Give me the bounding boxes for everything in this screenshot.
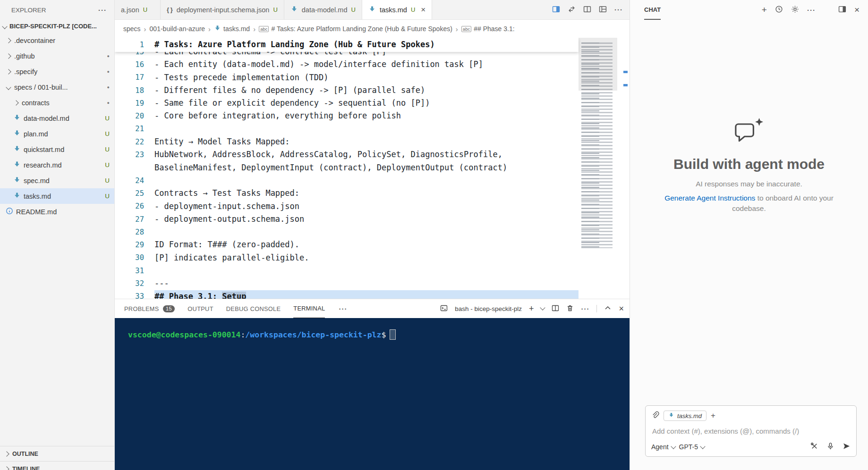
breadcrumb-tasks-md[interactable]: tasks.md — [214, 25, 250, 33]
new-chat-icon[interactable]: + — [762, 5, 767, 15]
breadcrumb-heading-1[interactable]: abc # Tasks: Azure Platform Landing Zone… — [259, 25, 452, 33]
chevron-right-icon — [13, 100, 18, 105]
sidebar-item-contracts[interactable]: contracts ● — [0, 95, 114, 110]
untracked-badge: U — [143, 6, 147, 13]
gear-icon[interactable] — [791, 5, 799, 15]
terminal-view[interactable]: vscode@codespaces-090014:/workspaces/bic… — [115, 318, 630, 470]
bash-icon — [440, 304, 448, 313]
terminal-instance-label[interactable]: bash - bicep-speckit-plz — [455, 305, 522, 312]
more-actions-icon[interactable]: ··· — [614, 6, 623, 14]
panel-header: PROBLEMS 15 OUTPUT DEBUG CONSOLE TERMINA… — [115, 299, 630, 318]
sidebar-section-timeline[interactable]: TIMELINE — [0, 461, 114, 470]
editor-line: 21 — [115, 123, 579, 135]
sidebar-item-specs-001[interactable]: specs / 001-buil... ● — [0, 79, 114, 95]
panel-layout-icon[interactable] — [838, 5, 846, 15]
untracked-badge: U — [105, 146, 110, 153]
symbol-text-icon: abc — [461, 26, 471, 32]
markdown-file-icon — [13, 192, 21, 201]
history-icon[interactable] — [775, 5, 783, 15]
chat-input-box[interactable]: tasks.md + Add context (#), extensions (… — [645, 405, 857, 457]
panel-tab-terminal[interactable]: TERMINAL — [293, 299, 325, 318]
chevron-down-icon — [2, 24, 7, 29]
editor-line: 28 — [115, 226, 579, 238]
breadcrumb-specs[interactable]: specs — [123, 25, 141, 33]
markdown-file-icon — [13, 176, 21, 185]
tools-icon[interactable] — [810, 442, 818, 452]
explorer-more-icon[interactable]: ··· — [98, 6, 107, 14]
chevron-right-icon — [4, 451, 9, 456]
open-changes-icon[interactable] — [568, 5, 576, 15]
context-chip-tasks-md[interactable]: tasks.md — [664, 411, 706, 421]
editor-line-wrap: BaselineManifest, DeploymentInput (contr… — [115, 161, 579, 174]
agent-mode-dropdown[interactable]: Agent — [651, 443, 675, 451]
terminal-more-icon[interactable]: ··· — [581, 305, 589, 313]
editor-line: 32--- — [115, 277, 579, 290]
sidebar-item-tasks[interactable]: tasks.md U — [0, 188, 114, 204]
sidebar-item-devcontainer[interactable]: .devcontainer — [0, 33, 114, 48]
markdown-file-icon — [668, 412, 674, 420]
terminal-path: /workspaces/bicep-speckit-plz — [245, 330, 381, 339]
sidebar-section-outline[interactable]: OUTLINE — [0, 446, 114, 461]
chat-more-icon[interactable]: ··· — [807, 6, 816, 14]
chevron-right-icon — [6, 53, 11, 59]
chat-text-input[interactable]: Add context (#), extensions (@), command… — [652, 427, 850, 435]
breadcrumb: specs › 001-build-an-azure › tasks.md › … — [115, 20, 630, 38]
sidebar-item-spec[interactable]: spec.md U — [0, 173, 114, 188]
send-icon[interactable] — [842, 442, 851, 452]
tab-data-model[interactable]: data-model.md U — [284, 0, 362, 19]
sidebar-item-quickstart[interactable]: quickstart.md U — [0, 142, 114, 157]
attach-icon[interactable] — [651, 411, 659, 420]
breadcrumb-001-build-an-azure[interactable]: 001-build-an-azure — [150, 25, 205, 33]
editor-layout-icon[interactable] — [599, 5, 607, 15]
sidebar-item-research[interactable]: research.md U — [0, 157, 114, 173]
sidebar-item-readme[interactable]: README.md — [0, 204, 114, 219]
breadcrumb-heading-2[interactable]: abc ## Phase 3.1: — [461, 25, 515, 33]
code-editor[interactable]: 15- Each contract schema -> contract tes… — [115, 38, 630, 299]
split-terminal-icon[interactable] — [552, 304, 559, 313]
trash-icon[interactable] — [566, 304, 574, 313]
panel-tab-output[interactable]: OUTPUT — [187, 299, 213, 318]
info-icon — [6, 207, 13, 216]
new-terminal-icon[interactable]: + — [529, 304, 534, 314]
close-panel-icon[interactable]: × — [619, 304, 624, 314]
chat-sparkle-icon — [733, 117, 765, 147]
editor-line: 19- Same file or explicit dependency -> … — [115, 97, 579, 109]
tab-deployment-input-schema[interactable]: { } deployment-input.schema.json U — [161, 0, 284, 19]
editor-line: 30[P] indicates parallel-eligible. — [115, 252, 579, 264]
minimap-slider[interactable] — [579, 38, 617, 91]
sidebar-item-data-model[interactable]: data-model.md U — [0, 110, 114, 126]
minimap[interactable] — [579, 38, 617, 299]
voice-icon[interactable] — [826, 442, 834, 452]
untracked-badge: U — [273, 6, 277, 13]
panel-tab-debug-console[interactable]: DEBUG CONSOLE — [226, 299, 281, 318]
tab-tasks[interactable]: tasks.md U × — [362, 0, 432, 19]
code-lines[interactable]: 15- Each contract schema -> contract tes… — [115, 45, 579, 299]
tab-a-json[interactable]: a.json U — [115, 0, 161, 19]
sidebar-item-plan[interactable]: plan.md U — [0, 126, 114, 142]
split-editor-icon[interactable] — [583, 5, 591, 15]
chat-view-tab[interactable]: CHAT — [644, 0, 661, 20]
markdown-file-icon — [13, 129, 21, 138]
editor-line-selected: 33 ## Phase 3.1: Setup — [115, 290, 579, 299]
add-context-icon[interactable]: + — [711, 411, 715, 420]
generate-agent-instructions-link[interactable]: Generate Agent Instructions — [664, 194, 755, 202]
maximize-panel-icon[interactable] — [604, 304, 612, 313]
editor-tab-bar: a.json U { } deployment-input.schema.jso… — [115, 0, 630, 20]
project-root-row[interactable]: BICEP-SPECKIT-PLZ [CODE... — [0, 20, 114, 33]
close-chat-icon[interactable]: × — [854, 5, 859, 15]
editor-line: 20- Core before integration, everything … — [115, 109, 579, 122]
terminal-prompt-line[interactable]: vscode@codespaces-090014:/workspaces/bic… — [128, 329, 396, 340]
terminal-dropdown-icon[interactable] — [540, 305, 545, 310]
sidebar-item-specify[interactable]: .specify ● — [0, 64, 114, 79]
editor-line: 23HubNetwork, AddressBlock, AddressCatal… — [115, 148, 579, 161]
editor-line: 26- deployment-input.schema.json — [115, 200, 579, 213]
untracked-badge: U — [105, 177, 110, 184]
sidebar-item-github[interactable]: .github ● — [0, 48, 114, 64]
close-tab-icon[interactable]: × — [421, 5, 425, 15]
panel-more-icon[interactable]: ··· — [339, 305, 347, 313]
markdown-file-icon — [368, 5, 376, 14]
sticky-scroll-line[interactable]: 1 # Tasks: Azure Platform Landing Zone (… — [115, 38, 579, 52]
model-picker-dropdown[interactable]: GPT-5 — [679, 443, 705, 451]
markdown-preview-icon[interactable] — [552, 5, 560, 15]
panel-tab-problems[interactable]: PROBLEMS 15 — [124, 299, 175, 318]
